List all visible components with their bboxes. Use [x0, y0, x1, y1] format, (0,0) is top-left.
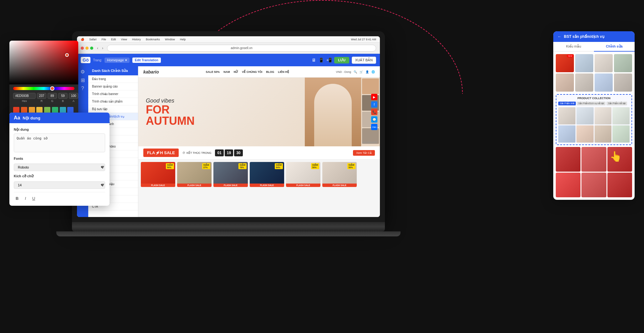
a-input[interactable] [69, 93, 78, 99]
bst-product[interactable] [556, 73, 574, 92]
bst-product[interactable] [614, 54, 632, 72]
minimize-dot[interactable] [85, 47, 89, 50]
content-textarea[interactable]: Quần áo công sở [14, 134, 105, 152]
layout-icon[interactable]: ⊞ [81, 77, 85, 83]
pizza-item[interactable] [581, 173, 606, 197]
ctab-san-pham-noi-bat[interactable]: Sản Phẩm nổi bật [606, 102, 627, 105]
settings-icon[interactable]: ⚙ [80, 69, 85, 75]
nav-nu[interactable]: NỮ [234, 70, 238, 73]
bst-product[interactable] [575, 73, 593, 92]
ctab-noi-bat[interactable]: Sản Phẩm/Dịch vụ nổi bật [577, 102, 606, 105]
user-icon[interactable]: 👤 [365, 70, 369, 73]
bst-tab-chinh-sua[interactable]: Chỉnh sửa [594, 42, 635, 52]
mobile-icon[interactable]: 📲 [326, 58, 332, 63]
swatch[interactable] [29, 107, 35, 113]
forward-button[interactable]: › [101, 45, 105, 51]
bst-product[interactable] [595, 73, 613, 92]
cp-mini[interactable] [612, 107, 630, 124]
font-select[interactable]: Roboto [14, 164, 105, 171]
swatch[interactable] [60, 107, 66, 113]
tablet-icon[interactable]: 📱 [319, 58, 324, 63]
panel-item-bo-suu-tap[interactable]: Bộ sưu tập [88, 105, 138, 113]
youtube-icon[interactable]: ▶ [371, 94, 377, 100]
panel-item-banner[interactable]: Banner quảng cáo [88, 83, 138, 90]
swatch[interactable] [52, 107, 58, 113]
save-button[interactable]: LƯU [334, 57, 349, 63]
hue-slider[interactable] [13, 87, 74, 90]
menu-edit[interactable]: Edit [111, 38, 116, 41]
bold-button[interactable]: B [14, 195, 20, 201]
export-button[interactable]: XUẤT BẢN [352, 57, 376, 64]
swatch[interactable] [13, 107, 19, 113]
swatch[interactable] [21, 107, 27, 113]
pizza-item[interactable] [556, 173, 580, 197]
cp-mini[interactable] [612, 125, 630, 143]
product-card[interactable]: GIẢM50% FLASH SALE [286, 162, 320, 187]
cp-mini[interactable] [576, 125, 594, 143]
product-card[interactable]: GIẢM50% FLASH SALE [322, 162, 357, 187]
menu-help[interactable]: Help [180, 38, 186, 41]
edit-translation-button[interactable]: Edit Translation [132, 57, 161, 63]
help-icon[interactable]: ? [81, 86, 84, 91]
menu-view[interactable]: View [121, 38, 127, 41]
address-bar[interactable]: admin.gosell.vn [107, 45, 376, 52]
product-card[interactable]: GIẢM76% FLASH SALE [213, 162, 248, 187]
cart-icon[interactable]: 🛒 [360, 70, 363, 73]
swatch[interactable] [36, 107, 43, 113]
pizza-item[interactable] [607, 173, 632, 197]
ctab-san-pham-moi[interactable]: Sản Phẩm Mới [558, 102, 576, 105]
bst-product[interactable] [614, 73, 632, 92]
r-input[interactable] [37, 93, 46, 99]
cp-mini[interactable] [576, 107, 594, 124]
bst-back-icon[interactable]: ← [558, 34, 561, 39]
swatch[interactable] [44, 107, 50, 113]
hex-input[interactable] [13, 93, 36, 99]
monitor-icon[interactable]: 🖥 [312, 58, 316, 63]
nav-lien-he[interactable]: LIÊN HỆ [278, 70, 289, 73]
menu-file[interactable]: File [102, 38, 106, 41]
pizza-item[interactable] [581, 147, 606, 172]
search-icon[interactable]: 🔍 [354, 70, 357, 73]
panel-item-trinh-chieu-banner[interactable]: Trình chiếu banner [88, 90, 138, 98]
b-input[interactable] [58, 93, 68, 99]
nav-nam[interactable]: NAM [223, 70, 230, 73]
menu-window[interactable]: Window [165, 38, 175, 41]
facebook-icon[interactable]: f [371, 101, 377, 108]
cp-mini[interactable] [558, 125, 575, 143]
close-dot[interactable] [81, 47, 84, 50]
cp-mini[interactable] [558, 107, 575, 124]
bst-tab-kieu-mau[interactable]: Kiểu mẫu [553, 42, 594, 51]
underline-button[interactable]: U [30, 195, 37, 201]
messenger-icon[interactable]: 💬 [371, 116, 377, 123]
menu-safari[interactable]: Safari [89, 38, 97, 41]
currency-selector[interactable]: VND - Dong [336, 70, 351, 73]
menu-history[interactable]: History [132, 38, 141, 41]
size-select[interactable]: 14 [14, 181, 105, 189]
cp-mini[interactable] [595, 125, 612, 143]
bst-product[interactable] [595, 54, 613, 72]
nav-blog[interactable]: BLOG [266, 70, 274, 73]
bst-product[interactable]: NEW [556, 54, 574, 72]
view-all-button[interactable]: Xem Tất Cả [353, 150, 375, 156]
panel-item-dau-trang[interactable]: Đầu trang [88, 75, 138, 83]
product-card[interactable]: GIẢM50% FLASH SALE [141, 162, 175, 187]
language-icon[interactable]: 🌐 [371, 70, 375, 73]
swatch[interactable] [67, 107, 74, 113]
pizza-item[interactable] [556, 147, 580, 172]
cp-mini[interactable] [595, 107, 612, 124]
product-card[interactable]: GIẢM27% FLASH SALE [177, 162, 212, 187]
italic-button[interactable]: I [23, 195, 28, 201]
menu-bookmarks[interactable]: Bookmarks [146, 38, 160, 41]
color-cursor[interactable] [65, 53, 69, 57]
nav-ve-chung-toi[interactable]: VỀ CHÚNG TÔI [242, 70, 262, 73]
product-card[interactable]: GIẢM64% FLASH SALE [250, 162, 284, 187]
nav-sale[interactable]: SALE 50% [206, 70, 220, 73]
hue-thumb[interactable] [50, 86, 54, 91]
color-spectrum[interactable] [9, 41, 78, 84]
bst-product[interactable] [575, 54, 593, 72]
page-selector[interactable]: Homepage ▾ [105, 58, 130, 63]
panel-item-trinh-chieu-san-pham[interactable]: Trình chiếu sản phẩm [88, 98, 138, 105]
back-button[interactable]: ‹ [96, 45, 100, 51]
maximize-dot[interactable] [90, 47, 93, 50]
zalo-icon[interactable]: Zalo [371, 124, 377, 130]
